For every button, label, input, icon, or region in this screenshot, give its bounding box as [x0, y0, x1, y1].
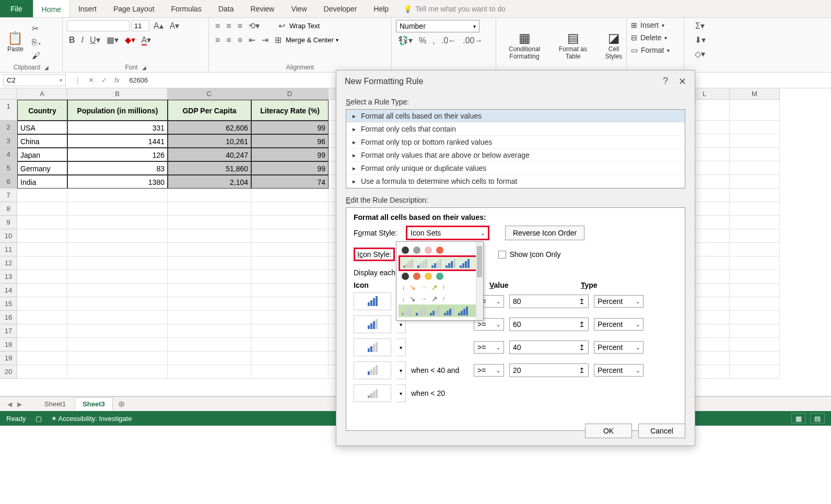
cell-D13[interactable] — [251, 270, 329, 284]
paste-button[interactable]: 📋 Paste — [4, 30, 27, 54]
value-input-1[interactable]: 80↥ — [509, 295, 589, 308]
help-icon[interactable]: ? — [663, 76, 668, 87]
cell-B6[interactable]: 1380 — [67, 175, 168, 189]
icon-set-5-arrows-colored[interactable]: ↓ ↘ → ↗ ↑ — [399, 282, 481, 293]
cell-D12[interactable] — [251, 256, 329, 270]
cell-A16[interactable] — [17, 311, 67, 324]
cell-B8[interactable] — [67, 202, 168, 216]
decrease-font-icon[interactable]: A▾ — [168, 20, 182, 32]
align-top-icon[interactable]: ≡ — [213, 20, 222, 32]
tab-help[interactable]: Help — [365, 0, 397, 17]
cell-A1[interactable]: Country — [17, 100, 67, 121]
cell-D3[interactable]: 96 — [251, 134, 329, 148]
cell-C13[interactable] — [168, 270, 251, 284]
icon-set-5-bars-blue[interactable] — [399, 304, 481, 317]
bold-icon[interactable]: B — [67, 34, 77, 46]
align-middle-icon[interactable]: ≡ — [224, 20, 233, 32]
cancel-formula-icon[interactable]: ✕ — [88, 76, 94, 84]
row-header-8[interactable]: 8 — [0, 202, 17, 216]
cell-C1[interactable]: GDP Per Capita — [168, 100, 251, 121]
icon-set-4-traffic-lights[interactable] — [399, 245, 481, 255]
column-header-D[interactable]: D — [251, 88, 329, 100]
cell-C8[interactable] — [168, 202, 251, 216]
cell-B7[interactable] — [67, 189, 168, 202]
rule-type-item-1[interactable]: ►Format only cells that contain — [346, 123, 685, 136]
cell-D10[interactable] — [251, 229, 329, 243]
comma-format-icon[interactable]: , — [430, 35, 437, 46]
increase-font-icon[interactable]: A▴ — [151, 20, 166, 32]
operator-dropdown-4[interactable]: >=⌄ — [474, 364, 504, 377]
font-color-icon[interactable]: A▾ — [139, 34, 154, 46]
cell-B9[interactable] — [67, 216, 168, 229]
row-header-3[interactable]: 3 — [0, 134, 17, 148]
cell-A19[interactable] — [17, 351, 67, 365]
row-header-1[interactable]: 1 — [0, 100, 17, 121]
cell-D19[interactable] — [251, 351, 329, 365]
cell-B15[interactable] — [67, 297, 168, 311]
range-selector-icon[interactable]: ↥ — [579, 366, 585, 374]
accessibility-status[interactable]: ✶ Accessibility: Investigate — [51, 415, 132, 423]
cell-A15[interactable] — [17, 297, 67, 311]
cell-A4[interactable]: Japan — [17, 148, 67, 161]
cell-D6[interactable]: 74 — [251, 175, 329, 189]
row-header-15[interactable]: 15 — [0, 297, 17, 311]
font-size-input[interactable] — [132, 20, 149, 31]
type-dropdown-4[interactable]: Percent⌄ — [594, 364, 643, 377]
fill-color-icon[interactable]: ◆▾ — [123, 34, 137, 46]
cell-A8[interactable] — [17, 202, 67, 216]
merge-center-button[interactable]: Merge & Center — [286, 36, 334, 44]
cell-B17[interactable] — [67, 324, 168, 338]
format-as-table-button[interactable]: ▤ Format as Table — [552, 30, 594, 61]
cell-B3[interactable]: 1441 — [67, 134, 168, 148]
reverse-icon-order-button[interactable]: Reverse Icon Order — [505, 226, 584, 240]
cell-C3[interactable]: 10,261 — [168, 134, 251, 148]
cell-M8[interactable] — [730, 202, 780, 216]
insert-cells-button[interactable]: ⊞Insert▾ — [631, 20, 664, 30]
cell-M5[interactable] — [730, 161, 780, 175]
cell-A18[interactable] — [17, 338, 67, 351]
name-box[interactable]: C2 ▾ — [3, 74, 66, 86]
cut-icon[interactable]: ✂ — [30, 22, 44, 34]
range-selector-icon[interactable]: ↥ — [579, 320, 585, 329]
cell-M16[interactable] — [730, 311, 780, 324]
fx-icon[interactable]: fx — [114, 76, 120, 84]
sheet-nav-next-icon[interactable]: ▶ — [15, 401, 24, 408]
cell-B10[interactable] — [67, 229, 168, 243]
row-header-14[interactable]: 14 — [0, 284, 17, 297]
tab-data[interactable]: Data — [210, 0, 242, 17]
cell-B12[interactable] — [67, 256, 168, 270]
cell-B20[interactable] — [67, 365, 168, 379]
cell-M3[interactable] — [730, 134, 780, 148]
cell-C6[interactable]: 2,104 — [168, 175, 251, 189]
orientation-icon[interactable]: ⟲▾ — [247, 20, 262, 32]
formula-dropdown-icon[interactable]: ⋮ — [74, 76, 81, 84]
type-dropdown-1[interactable]: Percent⌄ — [594, 295, 643, 308]
type-dropdown-2[interactable]: Percent⌄ — [594, 318, 643, 331]
number-format-dropdown[interactable]: Number▾ — [396, 20, 479, 32]
cell-C4[interactable]: 40,247 — [168, 148, 251, 161]
cell-C15[interactable] — [168, 297, 251, 311]
autosum-icon[interactable]: Σ▾ — [693, 20, 707, 32]
sheet-tab-sheet1[interactable]: Sheet1 — [37, 397, 74, 411]
row-header-11[interactable]: 11 — [0, 243, 17, 256]
range-selector-icon[interactable]: ↥ — [579, 343, 585, 351]
cell-B11[interactable] — [67, 243, 168, 256]
row-header-5[interactable]: 5 — [0, 161, 17, 175]
cell-D8[interactable] — [251, 202, 329, 216]
type-dropdown-3[interactable]: Percent⌄ — [594, 341, 643, 354]
cell-D17[interactable] — [251, 324, 329, 338]
icon-set-5-arrows-gray[interactable]: ↓ ↘ → ↗ ↑ — [399, 293, 481, 304]
rule-type-item-3[interactable]: ►Format only values that are above or be… — [346, 149, 685, 162]
cell-M9[interactable] — [730, 216, 780, 229]
cell-M19[interactable] — [730, 351, 780, 365]
underline-icon[interactable]: U▾ — [88, 34, 102, 46]
decrease-indent-icon[interactable]: ⇤ — [247, 34, 258, 46]
cell-M14[interactable] — [730, 284, 780, 297]
tab-formulas[interactable]: Formulas — [163, 0, 210, 17]
cell-A17[interactable] — [17, 324, 67, 338]
align-right-icon[interactable]: ≡ — [236, 34, 244, 46]
cell-B4[interactable]: 126 — [67, 148, 168, 161]
cell-B5[interactable]: 83 — [67, 161, 168, 175]
cell-M18[interactable] — [730, 338, 780, 351]
row-header-13[interactable]: 13 — [0, 270, 17, 284]
